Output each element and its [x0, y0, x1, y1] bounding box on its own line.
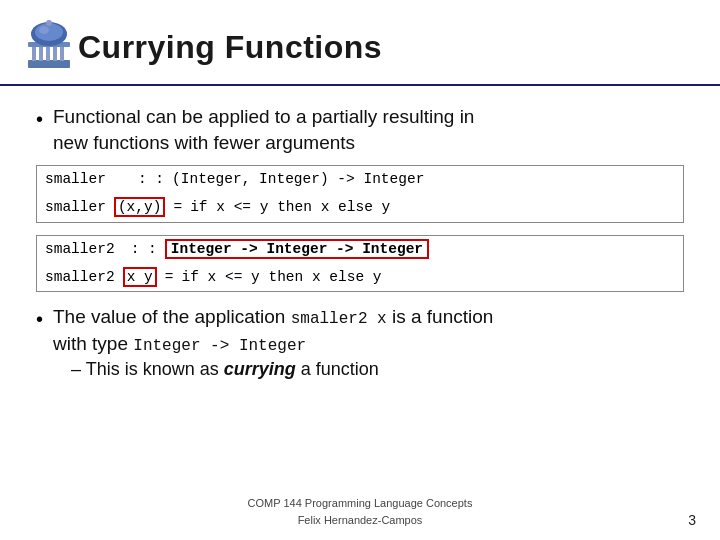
type-box: Integer -> Integer -> Integer [165, 239, 429, 259]
slide-header: Currying Functions [0, 0, 720, 86]
slide-title: Currying Functions [78, 29, 382, 66]
svg-point-9 [46, 20, 52, 26]
code-eq-2: = [165, 267, 174, 289]
code-type-1: (Integer, Integer) -> Integer [172, 169, 424, 191]
svg-rect-2 [39, 46, 43, 61]
svg-rect-5 [60, 46, 64, 61]
bullet-text-2-line1: The value of the application smaller2 x … [53, 304, 493, 331]
code-row-2a: smaller2 : : Integer -> Integer -> Integ… [37, 236, 683, 264]
bullet-text-1: Functional can be applied to a partially… [53, 104, 474, 155]
svg-rect-3 [46, 46, 50, 61]
footer-line2: Felix Hernandez-Campos [0, 512, 720, 529]
code-smaller-1: smaller [45, 169, 106, 191]
code-sep-1: : : [138, 169, 164, 191]
bullet-text-2-line3: – This is known as currying a function [71, 357, 493, 381]
slide: Currying Functions • Functional can be a… [0, 0, 720, 540]
code-body-1: if x <= y then x else y [190, 197, 390, 219]
inline-code-1: smaller2 x [291, 310, 387, 328]
code-sep-2: : : [131, 239, 157, 261]
code-type-2-highlight: Integer -> Integer -> Integer [165, 239, 429, 261]
code-block-2: smaller2 : : Integer -> Integer -> Integ… [36, 235, 684, 293]
code-arg2-highlight: x y [123, 267, 157, 289]
code-smaller2-2: smaller2 [45, 267, 115, 289]
currying-text: currying [224, 359, 296, 379]
bullet-text-2: The value of the application smaller2 x … [53, 304, 493, 381]
code-block-1: smaller : : (Integer, Integer) -> Intege… [36, 165, 684, 223]
page-number: 3 [688, 512, 696, 528]
bullet-dot-2: • [36, 306, 43, 333]
slide-content: • Functional can be applied to a partial… [0, 96, 720, 382]
inline-code-2: Integer -> Integer [133, 337, 306, 355]
type-text: Integer -> Integer -> Integer [171, 241, 423, 257]
footer-line1: COMP 144 Programming Language Concepts [0, 495, 720, 512]
arg-box: (x,y) [114, 197, 166, 217]
code-smaller2-1: smaller2 [45, 239, 115, 261]
svg-rect-4 [53, 46, 57, 61]
slide-footer: COMP 144 Programming Language Concepts F… [0, 495, 720, 528]
logo-icon [20, 18, 78, 76]
bullet-2: • The value of the application smaller2 … [36, 304, 684, 381]
svg-rect-0 [28, 60, 70, 68]
code-row-1b: smaller (x,y) = if x <= y then x else y [37, 194, 683, 222]
code-eq-1: = [173, 197, 182, 219]
bullet-text-2-line2: with type Integer -> Integer [53, 331, 493, 358]
svg-rect-1 [32, 46, 36, 61]
code-row-2b: smaller2 x y = if x <= y then x else y [37, 264, 683, 292]
code-body-2: if x <= y then x else y [181, 267, 381, 289]
svg-point-10 [39, 26, 49, 34]
bullet-dot-1: • [36, 106, 43, 133]
code-arg-highlight: (x,y) [114, 197, 166, 219]
code-row-1a: smaller : : (Integer, Integer) -> Intege… [37, 166, 683, 194]
arg2-box: x y [123, 267, 157, 287]
code-smaller-2: smaller [45, 197, 106, 219]
bullet-1: • Functional can be applied to a partial… [36, 104, 684, 155]
